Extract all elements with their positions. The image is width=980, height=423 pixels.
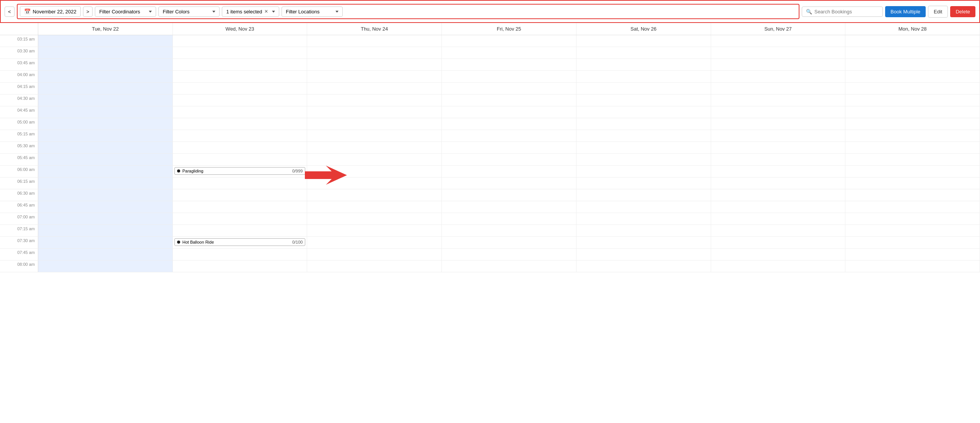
day-cell[interactable]: Paragliding0/999 [173, 166, 308, 177]
day-cell[interactable] [442, 237, 576, 248]
day-cell[interactable] [38, 260, 173, 272]
day-cell[interactable] [38, 59, 173, 70]
day-cell[interactable] [711, 142, 846, 153]
day-cell[interactable] [38, 142, 173, 153]
day-cell[interactable] [845, 142, 980, 153]
day-cell[interactable] [38, 118, 173, 130]
day-cell[interactable] [173, 189, 308, 201]
date-picker-button[interactable]: 📅 November 22, 2022 [20, 6, 81, 17]
edit-button[interactable]: Edit [928, 6, 948, 18]
day-cell[interactable] [845, 47, 980, 59]
day-cell[interactable] [442, 177, 576, 189]
day-cell[interactable] [576, 249, 711, 260]
search-input[interactable] [814, 9, 879, 15]
day-cell[interactable] [576, 189, 711, 201]
filter-colors-dropdown[interactable]: Filter Colors [158, 7, 220, 17]
day-cell[interactable] [173, 71, 308, 82]
day-cell[interactable] [307, 35, 442, 47]
day-cell[interactable] [576, 83, 711, 94]
day-cell[interactable] [173, 106, 308, 118]
day-cell[interactable] [845, 130, 980, 142]
day-cell[interactable] [173, 94, 308, 106]
day-cell[interactable] [442, 59, 576, 70]
day-cell[interactable] [38, 130, 173, 142]
day-cell[interactable] [442, 201, 576, 213]
day-cell[interactable] [307, 154, 442, 165]
search-bookings-box[interactable]: 🔍 [802, 7, 883, 17]
day-cell[interactable] [442, 225, 576, 236]
day-cell[interactable] [442, 189, 576, 201]
day-cell[interactable] [576, 201, 711, 213]
day-cell[interactable] [845, 118, 980, 130]
day-cell[interactable] [845, 71, 980, 82]
day-cell[interactable] [173, 59, 308, 70]
prev-nav-button[interactable]: < [5, 7, 15, 17]
day-cell[interactable] [711, 260, 846, 272]
day-cell[interactable] [307, 260, 442, 272]
day-cell[interactable] [711, 225, 846, 236]
day-cell[interactable] [845, 35, 980, 47]
day-cell[interactable] [845, 225, 980, 236]
day-cell[interactable] [173, 35, 308, 47]
day-cell[interactable] [576, 213, 711, 225]
booking-event[interactable]: Paragliding0/999 [174, 167, 306, 175]
day-cell[interactable] [173, 213, 308, 225]
day-cell[interactable] [38, 35, 173, 47]
day-cell[interactable] [711, 94, 846, 106]
day-cell[interactable] [173, 177, 308, 189]
day-cell[interactable] [711, 154, 846, 165]
day-cell[interactable] [38, 225, 173, 236]
day-cell[interactable] [307, 201, 442, 213]
day-cell[interactable] [173, 260, 308, 272]
day-cell[interactable] [307, 225, 442, 236]
day-cell[interactable] [38, 201, 173, 213]
day-cell[interactable] [442, 249, 576, 260]
day-cell[interactable] [307, 83, 442, 94]
day-cell[interactable] [711, 201, 846, 213]
filter-coordinators-dropdown[interactable]: Filter Coordinators [95, 7, 156, 17]
day-cell[interactable] [307, 213, 442, 225]
day-cell[interactable] [307, 166, 442, 177]
day-cell[interactable] [711, 189, 846, 201]
day-cell[interactable] [576, 130, 711, 142]
day-cell[interactable] [845, 189, 980, 201]
day-cell[interactable] [38, 83, 173, 94]
day-cell[interactable] [38, 237, 173, 248]
day-cell[interactable] [173, 130, 308, 142]
day-cell[interactable] [845, 166, 980, 177]
day-cell[interactable] [576, 59, 711, 70]
day-cell[interactable] [307, 118, 442, 130]
day-cell[interactable] [307, 71, 442, 82]
day-cell[interactable] [307, 130, 442, 142]
day-cell[interactable] [576, 94, 711, 106]
day-cell[interactable] [845, 213, 980, 225]
day-cell[interactable] [711, 59, 846, 70]
day-cell[interactable] [711, 118, 846, 130]
day-cell[interactable] [442, 260, 576, 272]
items-selected-filter[interactable]: 1 items selected ✕ [222, 7, 279, 17]
day-cell[interactable] [307, 94, 442, 106]
day-cell[interactable] [576, 71, 711, 82]
day-cell[interactable] [845, 94, 980, 106]
day-cell[interactable] [442, 35, 576, 47]
day-cell[interactable] [576, 166, 711, 177]
day-cell[interactable] [845, 59, 980, 70]
day-cell[interactable] [307, 177, 442, 189]
day-cell[interactable] [576, 47, 711, 59]
day-cell[interactable] [576, 106, 711, 118]
day-cell[interactable] [845, 249, 980, 260]
day-cell[interactable] [711, 237, 846, 248]
day-cell[interactable] [38, 177, 173, 189]
day-cell[interactable] [173, 201, 308, 213]
day-cell[interactable] [576, 35, 711, 47]
day-cell[interactable] [173, 249, 308, 260]
day-cell[interactable] [38, 213, 173, 225]
day-cell[interactable] [845, 83, 980, 94]
day-cell[interactable] [173, 47, 308, 59]
day-cell[interactable] [442, 47, 576, 59]
day-cell[interactable] [38, 154, 173, 165]
day-cell[interactable] [38, 249, 173, 260]
day-cell[interactable] [711, 71, 846, 82]
day-cell[interactable] [711, 249, 846, 260]
day-cell[interactable] [173, 118, 308, 130]
